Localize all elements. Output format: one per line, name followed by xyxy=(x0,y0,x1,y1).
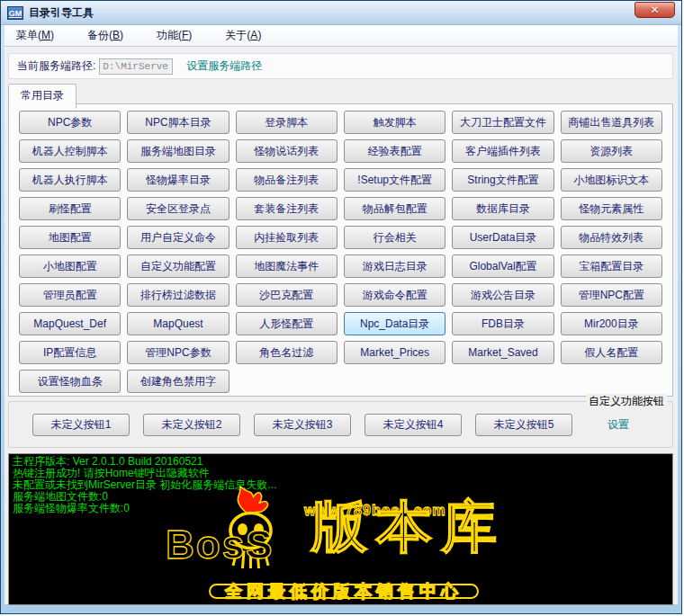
directory-button[interactable]: 机器人执行脚本 xyxy=(19,168,121,192)
directory-button[interactable]: 客户端插件列表 xyxy=(452,139,554,163)
app-icon: GM xyxy=(7,6,23,20)
menu-item[interactable]: 关于(A) xyxy=(213,24,273,47)
directory-button[interactable]: Mir200目录 xyxy=(561,312,662,335)
directory-button[interactable]: 用户自定义命令 xyxy=(127,226,229,249)
undefined-button[interactable]: 未定义按钮1 xyxy=(32,414,130,436)
custom-buttons-legend: 自定义功能按钮 xyxy=(586,394,667,409)
log-line: 服务端怪物爆率文件数:0 xyxy=(13,503,669,514)
directory-button[interactable]: FDB目录 xyxy=(452,312,554,335)
client-area: 当前服务端路径: 设置服务端路径 常用目录 NPC参数 NPC脚本目录 登录脚本… xyxy=(4,47,678,604)
directory-button[interactable]: 沙巴克配置 xyxy=(236,283,338,307)
directory-button[interactable]: 内挂捡取列表 xyxy=(236,226,338,249)
directory-button[interactable]: NPC参数 xyxy=(19,111,121,134)
directory-button[interactable]: 行会相关 xyxy=(344,226,446,249)
directory-button[interactable]: Market_Saved xyxy=(452,341,554,364)
directory-button[interactable]: UserData目录 xyxy=(452,226,554,249)
log-line: 未配置或未找到MirServer目录 初始化服务端信息失败... xyxy=(13,479,669,491)
menu-item[interactable]: 备份(B) xyxy=(76,24,135,47)
directory-button[interactable]: 怪物元素属性 xyxy=(561,197,662,220)
directory-button[interactable]: 管理NPC配置 xyxy=(561,283,662,307)
directory-button[interactable]: 假人名配置 xyxy=(561,341,662,364)
close-button[interactable]: ✕ xyxy=(634,2,675,18)
directory-button[interactable]: 经验表配置 xyxy=(344,139,446,163)
title-bar[interactable]: GM 目录引导工具 ✕ xyxy=(1,1,681,25)
directory-button[interactable]: Npc_Data目录 xyxy=(344,312,446,335)
menu-item[interactable]: 菜单(M) xyxy=(4,24,66,47)
directory-button[interactable]: 物品备注列表 xyxy=(236,168,338,192)
directory-button[interactable]: 游戏公告目录 xyxy=(452,283,554,307)
log-lines: 主程序版本: Ver 2.0.1.0 Build 20160521 热键注册成功… xyxy=(9,454,672,516)
directory-button[interactable]: 商铺出售道具列表 xyxy=(561,111,662,134)
undefined-button[interactable]: 未定义按钮3 xyxy=(254,414,351,436)
directory-button[interactable]: MapQuest xyxy=(127,312,229,335)
directory-button[interactable]: 机器人控制脚本 xyxy=(19,139,121,163)
directory-button[interactable]: 套装备注列表 xyxy=(236,197,338,220)
undefined-button[interactable]: 未定义按钮4 xyxy=(364,414,462,436)
directory-button[interactable]: Market_Prices xyxy=(344,341,446,364)
directory-button[interactable]: 人形怪配置 xyxy=(236,312,338,335)
directory-button-grid: NPC参数 NPC脚本目录 登录脚本 触发脚本 大刀卫士配置文件 商铺出售道具列… xyxy=(19,111,662,393)
directory-button[interactable]: 数据库目录 xyxy=(452,197,554,220)
watermark-brand: BosS xyxy=(166,539,274,550)
directory-button[interactable]: 物品解包配置 xyxy=(344,197,446,220)
directory-button[interactable]: 创建角色禁用字 xyxy=(127,370,229,393)
directory-button[interactable]: 触发脚本 xyxy=(344,111,446,134)
watermark-brand-cn: 版本库 xyxy=(311,521,506,532)
directory-button[interactable]: IP配置信息 xyxy=(19,341,121,364)
directory-button[interactable]: 设置怪物血条 xyxy=(19,370,121,393)
menu-item[interactable]: 功能(F) xyxy=(145,24,203,47)
directory-button[interactable]: 服务端地图目录 xyxy=(127,139,229,163)
directory-button[interactable]: 地图魔法事件 xyxy=(236,254,338,278)
directory-button[interactable]: 游戏日志目录 xyxy=(344,254,446,278)
directory-button[interactable]: 小地图标识文本 xyxy=(561,168,662,192)
tab-panel: NPC参数 NPC脚本目录 登录脚本 触发脚本 大刀卫士配置文件 商铺出售道具列… xyxy=(8,103,673,397)
directory-button[interactable]: 登录脚本 xyxy=(236,111,338,134)
directory-button[interactable]: 怪物说话列表 xyxy=(236,139,338,163)
undefined-button[interactable]: 未定义按钮5 xyxy=(475,414,572,436)
undefined-button[interactable]: 未定义按钮2 xyxy=(143,414,240,436)
log-console[interactable]: 主程序版本: Ver 2.0.1.0 Build 20160521 热键注册成功… xyxy=(8,453,673,605)
directory-button[interactable]: 地图配置 xyxy=(19,226,121,249)
directory-button[interactable]: 刷怪配置 xyxy=(19,197,121,220)
directory-button[interactable]: 管理员配置 xyxy=(19,283,121,307)
watermark-slogan: 全网最低价版本销售中心 xyxy=(209,584,479,599)
directory-button[interactable]: 游戏命令配置 xyxy=(344,283,446,307)
directory-button[interactable]: !Setup文件配置 xyxy=(344,168,446,192)
menu-bar: 菜单(M) 备份(B) 功能(F) 关于(A) xyxy=(4,25,678,47)
custom-settings-link[interactable]: 设置 xyxy=(608,417,629,433)
window-title: 目录引导工具 xyxy=(29,5,94,21)
custom-buttons-groupbox: 未定义按钮1 未定义按钮2 未定义按钮3 未定义按钮4 未定义按钮5 设置 xyxy=(8,401,673,448)
directory-button[interactable]: 角色名过滤 xyxy=(236,341,338,364)
directory-button[interactable]: 大刀卫士配置文件 xyxy=(452,111,554,134)
server-path-input[interactable] xyxy=(99,58,173,75)
directory-button[interactable]: String文件配置 xyxy=(452,168,554,192)
set-server-path-link[interactable]: 设置服务端路径 xyxy=(186,58,262,74)
tab-common-directories[interactable]: 常用目录 xyxy=(8,84,76,109)
directory-button[interactable]: MapQuest_Def xyxy=(19,312,121,335)
directory-button[interactable]: 自定义功能配置 xyxy=(127,254,229,278)
directory-button[interactable]: 怪物爆率目录 xyxy=(127,168,229,192)
app-window: GM 目录引导工具 ✕ 菜单(M) 备份(B) 功能(F) 关于(A) 当前服务… xyxy=(0,0,682,614)
directory-button[interactable]: 管理NPC参数 xyxy=(127,341,229,364)
server-path-label: 当前服务端路径: xyxy=(17,58,95,74)
directory-button[interactable]: 排行榜过滤数据 xyxy=(127,283,229,307)
directory-button[interactable]: 资源列表 xyxy=(561,139,662,163)
directory-button[interactable]: NPC脚本目录 xyxy=(127,111,229,134)
directory-button[interactable]: 小地图配置 xyxy=(19,254,121,278)
directory-button[interactable]: 宝箱配置目录 xyxy=(561,254,662,278)
directory-button[interactable]: 安全区登录点 xyxy=(127,197,229,220)
directory-button[interactable]: GlobalVal配置 xyxy=(452,254,554,278)
server-path-panel: 当前服务端路径: 设置服务端路径 xyxy=(8,53,673,79)
directory-button[interactable]: 物品特效列表 xyxy=(561,226,662,249)
